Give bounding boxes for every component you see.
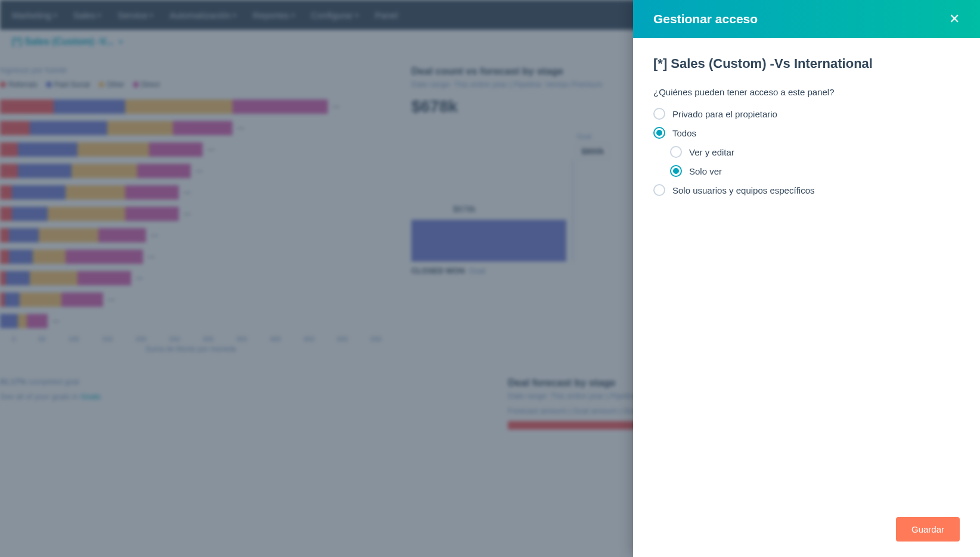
save-button[interactable]: Guardar <box>896 517 960 542</box>
radio-icon <box>653 127 665 139</box>
panel-title: Gestionar acceso <box>653 12 758 26</box>
radio-view-only[interactable]: Solo ver <box>670 165 960 177</box>
panel-question: ¿Quiénes pueden tener acceso a este pane… <box>653 87 960 97</box>
access-radio-group: Privado para el propietario Todos Ver y … <box>653 108 960 196</box>
radio-icon <box>670 146 682 158</box>
radio-specific-users[interactable]: Solo usuarios y equipos específicos <box>653 184 960 196</box>
radio-icon <box>653 108 665 120</box>
radio-everyone[interactable]: Todos <box>653 127 960 139</box>
panel-body: [*] Sales (Custom) -Vs International ¿Qu… <box>633 38 980 508</box>
panel-footer: Guardar <box>633 508 980 557</box>
radio-icon <box>670 165 682 177</box>
manage-access-panel: Gestionar acceso ✕ [*] Sales (Custom) -V… <box>633 0 980 557</box>
panel-object-title: [*] Sales (Custom) -Vs International <box>653 56 960 71</box>
radio-icon <box>653 184 665 196</box>
close-icon[interactable]: ✕ <box>949 13 960 26</box>
radio-view-and-edit[interactable]: Ver y editar <box>670 146 960 158</box>
panel-header: Gestionar acceso ✕ <box>633 0 980 38</box>
radio-private-owner[interactable]: Privado para el propietario <box>653 108 960 120</box>
